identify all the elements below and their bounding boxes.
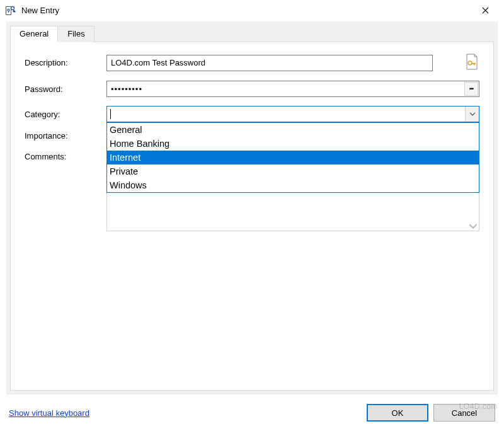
row-description: Description: (25, 54, 479, 72)
window-title: New Entry (21, 6, 472, 15)
category-combobox[interactable] (106, 106, 479, 122)
cancel-button[interactable]: Cancel (433, 404, 495, 422)
svg-rect-3 (8, 11, 9, 13)
label-description: Description: (25, 58, 106, 67)
description-input[interactable] (106, 55, 433, 71)
text-cursor (110, 109, 111, 119)
password-input[interactable] (106, 81, 479, 97)
chevron-down-icon (470, 112, 475, 116)
category-option[interactable]: Internet (107, 151, 479, 164)
ellipsis-icon: ••• (469, 86, 473, 92)
window-titlebar: New Entry (0, 0, 504, 21)
client-area: General Files Description: Password (6, 21, 498, 394)
close-icon (482, 7, 489, 14)
password-reveal-button[interactable]: ••• (464, 82, 478, 96)
label-importance: Importance: (25, 131, 106, 141)
svg-point-4 (11, 6, 14, 9)
category-input[interactable] (107, 106, 220, 116)
category-option[interactable]: Private (107, 164, 479, 178)
dialog-footer: Show virtual keyboard OK Cancel (9, 403, 495, 422)
key-file-icon[interactable] (464, 54, 479, 72)
label-password: Password: (25, 84, 106, 94)
row-category: Category: GeneralHome BankingInternetPri… (25, 106, 479, 122)
combobox-dropdown-button[interactable] (465, 106, 479, 122)
scroll-down-icon (469, 222, 478, 231)
tab-strip: General Files (10, 26, 494, 42)
category-option[interactable]: Home Banking (107, 137, 479, 151)
window-close-button[interactable] (472, 4, 498, 17)
tab-panel-general: Description: Password: ••• (10, 42, 494, 391)
tab-general[interactable]: General (10, 26, 58, 42)
category-option[interactable]: Windows (107, 178, 479, 192)
ok-button[interactable]: OK (367, 404, 428, 422)
label-category: Category: (25, 110, 106, 119)
show-virtual-keyboard-link[interactable]: Show virtual keyboard (9, 408, 89, 418)
app-lock-key-icon (5, 5, 16, 16)
tab-files[interactable]: Files (58, 26, 94, 42)
row-password: Password: ••• (25, 81, 479, 97)
label-comments: Comments: (25, 149, 106, 161)
category-dropdown-list[interactable]: GeneralHome BankingInternetPrivateWindow… (106, 122, 479, 193)
category-option[interactable]: General (107, 123, 479, 137)
